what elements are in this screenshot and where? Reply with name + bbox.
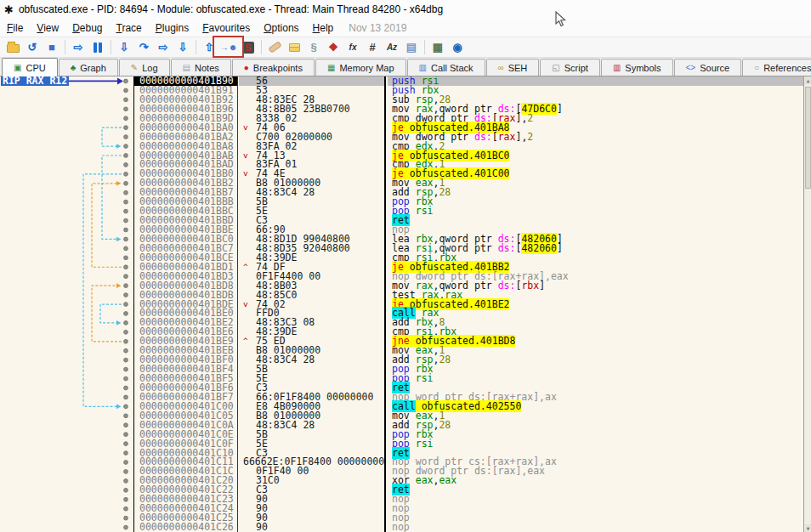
menu-help[interactable]: Help — [306, 20, 341, 37]
glyph: ⇩ — [179, 41, 188, 54]
favourites-icon[interactable]: ❖ — [324, 38, 343, 57]
disasm-row-instruction[interactable]: call rax — [388, 308, 803, 318]
comments-icon[interactable] — [285, 38, 303, 57]
disasm-row-instruction[interactable]: add rsp,28 — [388, 188, 803, 197]
tab-label: CPU — [26, 63, 45, 73]
script-s-icon[interactable]: S — [239, 38, 258, 57]
stop-icon[interactable]: ■ — [43, 38, 61, 57]
scroll-up-button[interactable]: ▲ — [805, 76, 811, 84]
tab-notes[interactable]: ▤Notes — [171, 59, 231, 76]
tab-symbols-icon: ▥ — [613, 64, 621, 72]
disasm-row-instruction[interactable]: ret — [388, 485, 803, 495]
tab-call-stack[interactable]: ▥Call Stack — [407, 59, 485, 76]
menu-favourites[interactable]: Favourites — [196, 20, 257, 37]
menu-trace[interactable]: Trace — [110, 20, 149, 37]
disasm-row-address[interactable]: 0000000000401C26 — [134, 523, 237, 532]
tab-graph[interactable]: ♣Graph — [59, 59, 118, 76]
jump-direction-marker: v — [243, 123, 256, 133]
menu-debug[interactable]: Debug — [65, 20, 109, 37]
az-icon[interactable]: Az — [383, 38, 401, 57]
menu-view[interactable]: View — [30, 20, 65, 37]
step-over-icon[interactable]: ↷ — [134, 38, 153, 57]
shortcuts-icon[interactable]: # — [363, 38, 382, 57]
disasm-row-instruction[interactable]: add rsp,28 — [388, 421, 803, 430]
tab-breakpoints[interactable]: ●Breakpoints — [232, 59, 315, 76]
disasm-row-instruction[interactable]: nop — [388, 523, 803, 532]
execute-till-return-icon[interactable]: ⇨ — [154, 38, 173, 57]
jump-direction-marker: ^ — [243, 263, 256, 272]
disasm-row-instruction[interactable]: mov dword ptr ds:[rax],2 — [388, 133, 803, 142]
vertical-scrollbar[interactable]: ▲ ▼ — [803, 76, 811, 532]
tab-label: Notes — [195, 63, 219, 73]
jump-direction-marker — [243, 142, 256, 151]
tab-references[interactable]: ○References — [742, 59, 811, 76]
step-into-icon[interactable]: ⇩ — [115, 38, 133, 57]
tab-seh-icon: ∞ — [498, 64, 504, 72]
disasm-row-instruction[interactable]: pop rsi — [388, 374, 803, 383]
jump-direction-marker — [243, 197, 256, 207]
jump-direction-marker — [243, 411, 256, 421]
calculator-icon[interactable]: ▦ — [428, 38, 447, 57]
disasm-row-instruction[interactable]: nop — [388, 495, 803, 504]
tab-call-stack-icon: ▥ — [419, 64, 427, 72]
tab-memory-map[interactable]: ▦Memory Map — [315, 59, 406, 76]
glyph: fx — [349, 42, 357, 52]
disasm-row-instruction[interactable]: pop rbx — [388, 430, 803, 439]
glyph: ■ — [48, 41, 55, 54]
jump-direction-marker — [243, 244, 256, 253]
disasm-row-instruction[interactable]: pop rbx — [388, 365, 803, 374]
tab-label: Symbols — [625, 63, 661, 73]
disasm-row-instruction[interactable]: je obfuscated.401BC0 — [388, 151, 803, 161]
restart-icon[interactable]: ↺ — [23, 38, 42, 57]
tab-label: Breakpoints — [253, 63, 303, 73]
tab-log[interactable]: ✎Log — [119, 59, 170, 76]
disasm-row-bytes[interactable]: 90 — [239, 523, 384, 532]
disasm-row-instruction[interactable]: nop — [388, 513, 803, 523]
tab-source[interactable]: <>Source — [674, 59, 742, 76]
disasm-row-instruction[interactable]: xor eax,eax — [388, 476, 803, 485]
scroll-thumb[interactable] — [805, 87, 811, 189]
pause-icon[interactable] — [88, 38, 107, 57]
attach-icon[interactable]: § — [304, 38, 323, 57]
step-out-icon[interactable]: ⇩ — [173, 38, 192, 57]
disasm-row-instruction[interactable]: pop rsi — [388, 207, 803, 216]
disasm-row-instruction[interactable]: pop rsi — [388, 439, 803, 449]
toolbar-separator — [111, 40, 111, 54]
menu-file[interactable]: File — [0, 20, 30, 37]
run-icon[interactable]: ⇨ — [69, 38, 88, 57]
expression-fx-icon[interactable]: fx — [343, 38, 362, 57]
glyph: ↷ — [139, 41, 149, 54]
disassembly-view: RIP RAX R12 0000000000401B90000000000040… — [0, 76, 811, 532]
x64dbg-window: ✱ obfuscated.exe - PID: 84694 - Module: … — [0, 0, 811, 532]
disasm-row-instruction[interactable]: push rsi — [388, 76, 803, 86]
help-globe-icon[interactable]: ◉ — [448, 38, 467, 57]
disasm-row-instruction[interactable]: pop rbx — [388, 197, 803, 207]
tab-references-icon: ○ — [754, 64, 759, 72]
menu-plugins[interactable]: Plugins — [149, 20, 196, 37]
open-file-icon[interactable] — [3, 38, 22, 57]
notes-doc-icon[interactable]: ▤ — [402, 38, 421, 57]
tab-cpu[interactable]: ▣CPU — [2, 58, 58, 76]
disasm-row-instruction[interactable]: je obfuscated.401C00 — [388, 169, 803, 178]
disasm-row-instruction[interactable]: call obfuscated.402550 — [388, 402, 803, 411]
disasm-row-instruction[interactable]: ret — [388, 216, 803, 225]
glyph: ◉ — [452, 41, 462, 54]
run-to-user-code-icon[interactable]: →☻ — [219, 38, 238, 57]
run-until-return-icon[interactable]: ⇧ — [200, 38, 218, 57]
disasm-row-instruction[interactable]: jne obfuscated.401BD8 — [388, 337, 803, 346]
jump-direction-marker — [243, 402, 256, 411]
x64dbg-bug-icon: ✱ — [4, 4, 14, 15]
jump-direction-marker — [243, 421, 256, 430]
tab-label: References — [763, 63, 811, 73]
scroll-down-button[interactable]: ▼ — [805, 524, 811, 532]
disasm-row-instruction[interactable]: je obfuscated.401BE2 — [388, 300, 803, 309]
tab-symbols[interactable]: ▥Symbols — [601, 59, 673, 76]
disasm-row-instruction[interactable]: add rsp,28 — [388, 355, 803, 365]
title-bar: ✱ obfuscated.exe - PID: 84694 - Module: … — [0, 0, 811, 19]
tab-seh[interactable]: ∞SEH — [486, 59, 540, 76]
tab-source-icon: <> — [686, 64, 696, 72]
menu-options[interactable]: Options — [257, 20, 305, 37]
disasm-row-instruction[interactable]: nop — [388, 504, 803, 513]
patches-icon[interactable] — [265, 38, 284, 57]
tab-script[interactable]: ◱Script — [540, 59, 600, 76]
